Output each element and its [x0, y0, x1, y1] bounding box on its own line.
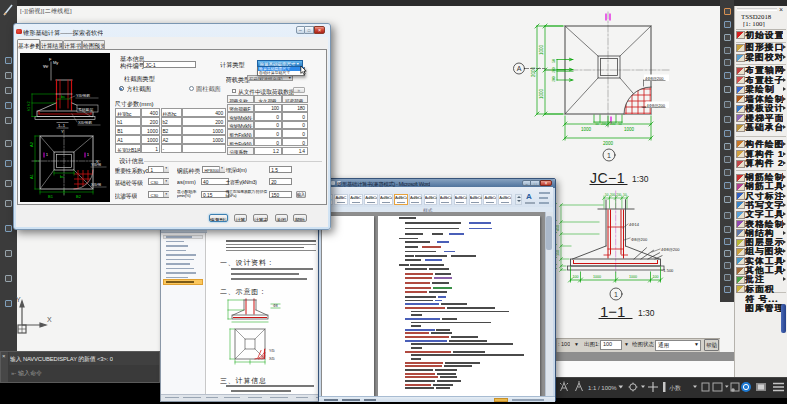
svg-text:1000: 1000 [539, 88, 544, 99]
svg-text:1000: 1000 [539, 44, 544, 55]
svg-text:200: 200 [601, 122, 607, 126]
svg-text:Y向钢: Y向钢 [91, 162, 101, 167]
svg-text:My: My [53, 60, 58, 65]
svg-text:X: X [47, 316, 52, 323]
svg-text:150: 150 [556, 250, 560, 256]
svg-text:200: 200 [552, 76, 556, 82]
svg-text:450: 450 [556, 225, 560, 231]
svg-text:1: 1 [46, 153, 48, 157]
svg-text:Φ8@200: Φ8@200 [631, 237, 648, 242]
svg-text:F: F [49, 57, 52, 62]
svg-text:Vx: Vx [43, 64, 48, 69]
svg-text:1:1 / 100%: 1:1 / 100% [588, 385, 617, 391]
svg-text:B2: B2 [76, 194, 82, 199]
svg-text:−1.500: −1.500 [661, 268, 674, 273]
svg-text:100: 100 [573, 275, 579, 279]
svg-text:Y: Y [16, 296, 21, 303]
svg-text:2000: 2000 [603, 141, 614, 146]
svg-text:JC−1: JC−1 [590, 170, 625, 186]
svg-text:1:30: 1:30 [638, 308, 655, 318]
svg-text:Φ8: Φ8 [273, 304, 278, 308]
svg-text:1: 1 [607, 152, 611, 159]
svg-text:A2: A2 [29, 141, 34, 147]
svg-text:4Φ8@200: 4Φ8@200 [647, 103, 666, 108]
svg-text:Y向钢筋: Y向钢筋 [76, 93, 90, 98]
svg-text:1: 1 [614, 291, 618, 298]
svg-text:X向钢: X向钢 [91, 182, 101, 187]
svg-text:50: 50 [605, 193, 609, 197]
svg-text:1000: 1000 [581, 127, 592, 132]
svg-text:1000: 1000 [593, 275, 601, 279]
svg-text:B1: B1 [48, 194, 54, 199]
svg-text:100: 100 [653, 275, 659, 279]
svg-text:bc: bc [60, 174, 64, 179]
svg-text:X向钢筋: X向钢筋 [78, 120, 92, 125]
svg-text:200: 200 [610, 122, 616, 126]
svg-text:2000: 2000 [531, 66, 536, 77]
svg-text:Y: Y [61, 129, 64, 134]
svg-text:h1 h2: h1 h2 [27, 101, 31, 111]
svg-text:200: 200 [616, 193, 621, 197]
svg-text:1: 1 [87, 153, 89, 157]
svg-text:A1: A1 [29, 173, 34, 179]
svg-text:小数: 小数 [669, 385, 681, 391]
svg-text:A: A [517, 65, 522, 72]
svg-text:50: 50 [595, 122, 599, 126]
svg-text:Y向: Y向 [269, 349, 275, 353]
svg-text:4Φ8@200: 4Φ8@200 [661, 247, 680, 252]
svg-text:bc: bc [61, 94, 65, 99]
svg-text:1–1: 1–1 [58, 123, 66, 128]
svg-text:200: 200 [610, 193, 615, 197]
svg-text:4Φ14: 4Φ14 [629, 222, 640, 227]
svg-text:4Φ8@200: 4Φ8@200 [645, 76, 664, 81]
svg-text:50: 50 [623, 193, 627, 197]
svg-text:50: 50 [552, 59, 556, 63]
svg-text:1000: 1000 [624, 127, 635, 132]
svg-text:50: 50 [618, 122, 622, 126]
svg-text:1000: 1000 [629, 275, 637, 279]
svg-text:1:30: 1:30 [632, 174, 649, 184]
svg-text:基础垫层: 基础垫层 [78, 107, 93, 112]
svg-text:200: 200 [552, 67, 556, 73]
svg-text:1−1: 1−1 [600, 303, 625, 320]
svg-text:X向: X向 [269, 357, 275, 361]
